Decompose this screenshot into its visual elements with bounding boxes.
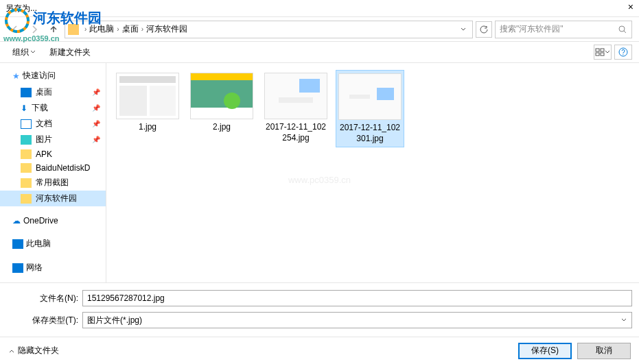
breadcrumb-dropdown[interactable] <box>457 26 469 33</box>
nav-up-button[interactable] <box>45 21 62 38</box>
filetype-value: 图片文件(*.jpg) <box>87 315 142 326</box>
sidebar-group-label: OneDrive <box>23 216 58 226</box>
main-area: ★ 快速访问 桌面 📌 ⬇ 下载 📌 文档 📌 图片 📌 APK <box>0 63 639 282</box>
chevron-right-icon: › <box>82 25 89 33</box>
save-button-label: 保存(S) <box>531 345 559 356</box>
sidebar-item-label: BaiduNetdiskD <box>36 163 90 173</box>
close-button[interactable]: × <box>628 1 634 12</box>
svg-rect-22 <box>349 95 370 99</box>
arrow-up-icon <box>48 24 59 35</box>
sidebar-item-apk[interactable]: APK <box>0 147 106 161</box>
arrow-right-icon <box>29 24 40 35</box>
file-list-pane[interactable]: 1.jpg 2.jpg 2017-12-11_102254.jpg 2017-1… <box>106 63 639 282</box>
refresh-icon <box>479 25 489 34</box>
chevron-down-icon <box>620 317 627 324</box>
pin-icon: 📌 <box>92 136 100 143</box>
sidebar-item-downloads[interactable]: ⬇ 下载 📌 <box>0 100 106 116</box>
sidebar-onedrive[interactable]: ☁ OneDrive <box>0 213 106 228</box>
sidebar-item-label: 河东软件园 <box>36 193 77 204</box>
svg-rect-3 <box>596 49 599 51</box>
sidebar-item-label: 文档 <box>36 118 52 130</box>
breadcrumb-item[interactable]: 桌面 <box>122 23 139 35</box>
organize-label: 组织 <box>12 47 29 58</box>
folder-icon <box>68 24 79 35</box>
nav-back-button[interactable] <box>7 21 23 38</box>
svg-point-2 <box>619 26 625 32</box>
download-icon: ⬇ <box>21 104 27 113</box>
sidebar-group-label: 此电脑 <box>26 238 51 250</box>
cancel-button-label: 取消 <box>596 345 612 356</box>
sidebar-group-label: 网络 <box>26 262 43 274</box>
sidebar-item-baidu[interactable]: BaiduNetdiskD <box>0 161 106 175</box>
refresh-button[interactable] <box>476 21 492 38</box>
svg-rect-10 <box>119 76 176 83</box>
sidebar-item-screenshots[interactable]: 常用截图 <box>0 175 106 191</box>
svg-rect-21 <box>377 88 394 100</box>
folder-icon <box>21 178 32 188</box>
network-icon <box>12 263 23 273</box>
chevron-right-icon: › <box>114 25 121 33</box>
svg-rect-14 <box>191 73 253 80</box>
window-titlebar: 另存为... × <box>0 0 639 17</box>
new-folder-button[interactable]: 新建文件夹 <box>44 44 96 61</box>
search-input[interactable]: 搜索"河东软件园" <box>495 21 632 38</box>
help-button[interactable]: ? <box>614 45 632 60</box>
filetype-select[interactable]: 图片文件(*.jpg) <box>82 312 632 328</box>
filename-input[interactable] <box>82 290 632 306</box>
sidebar-quick-access[interactable]: ★ 快速访问 <box>0 67 106 84</box>
folder-icon <box>21 194 32 204</box>
view-mode-button[interactable] <box>594 45 612 60</box>
pc-icon <box>12 239 23 249</box>
sidebar-thispc[interactable]: 此电脑 <box>0 235 106 252</box>
view-icon <box>595 48 605 56</box>
document-icon <box>21 119 32 129</box>
new-folder-label: 新建文件夹 <box>49 47 91 58</box>
help-icon: ? <box>618 47 628 57</box>
breadcrumb[interactable]: › 此电脑 › 桌面 › 河东软件园 <box>65 21 473 38</box>
folder-icon <box>21 163 32 173</box>
sidebar-item-desktop[interactable]: 桌面 📌 <box>0 84 106 100</box>
svg-rect-6 <box>601 53 604 56</box>
cancel-button[interactable]: 取消 <box>577 343 631 359</box>
sidebar-network[interactable]: 网络 <box>0 259 106 276</box>
breadcrumb-root[interactable]: 此电脑 <box>89 23 114 35</box>
sidebar-item-hedong[interactable]: 河东软件园 <box>0 191 106 206</box>
file-thumbnail <box>116 73 179 119</box>
svg-rect-19 <box>279 97 313 103</box>
sidebar: ★ 快速访问 桌面 📌 ⬇ 下载 📌 文档 📌 图片 📌 APK <box>0 63 106 282</box>
sidebar-item-label: APK <box>36 149 52 159</box>
pin-icon: 📌 <box>92 120 100 128</box>
svg-rect-5 <box>596 53 599 56</box>
file-item[interactable]: 2.jpg <box>187 70 256 147</box>
chevron-up-icon <box>8 348 15 354</box>
nav-forward-button[interactable] <box>26 21 43 38</box>
arrow-left-icon <box>10 24 21 35</box>
file-item[interactable]: 1.jpg <box>113 70 182 147</box>
window-title: 另存为... <box>5 3 37 14</box>
sidebar-item-label: 常用截图 <box>36 177 69 189</box>
star-icon: ★ <box>12 71 20 81</box>
chevron-down-icon <box>605 49 610 55</box>
organize-button[interactable]: 组织 <box>7 44 41 61</box>
file-thumbnail <box>338 73 402 120</box>
svg-rect-18 <box>299 79 320 93</box>
svg-rect-4 <box>601 49 604 51</box>
pin-icon: 📌 <box>92 104 100 112</box>
file-item[interactable]: 2017-12-11_102301.jpg <box>336 70 404 147</box>
sidebar-item-documents[interactable]: 文档 📌 <box>0 116 106 132</box>
desktop-icon <box>21 88 32 97</box>
chevron-right-icon: › <box>139 25 146 33</box>
sidebar-item-pictures[interactable]: 图片 📌 <box>0 132 106 147</box>
hide-folders-toggle[interactable]: 隐藏文件夹 <box>8 345 59 356</box>
filename-label: 文件名(N): <box>7 293 82 304</box>
breadcrumb-item[interactable]: 河东软件园 <box>146 23 187 35</box>
file-item[interactable]: 2017-12-11_102254.jpg <box>262 70 330 147</box>
hide-folders-label: 隐藏文件夹 <box>18 345 59 356</box>
svg-rect-11 <box>119 86 147 116</box>
chevron-down-icon <box>30 49 36 55</box>
svg-text:?: ? <box>621 49 625 56</box>
save-button[interactable]: 保存(S) <box>518 343 572 359</box>
file-name: 2017-12-11_102301.jpg <box>339 123 401 144</box>
pin-icon: 📌 <box>92 88 100 96</box>
folder-icon <box>21 149 32 159</box>
